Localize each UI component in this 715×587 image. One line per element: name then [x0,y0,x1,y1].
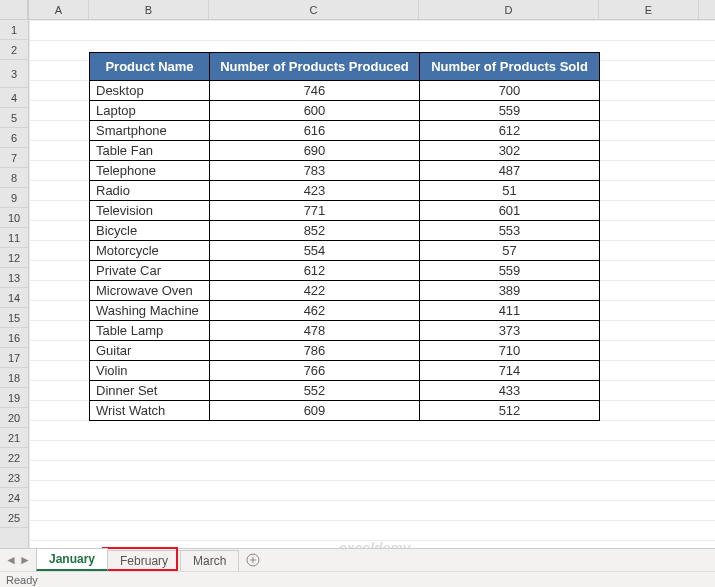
sheet-tab-january[interactable]: January [36,548,108,571]
cell-product-name[interactable]: Bicycle [90,221,210,241]
table-row: Violin766714 [90,361,600,381]
cell-produced[interactable]: 478 [210,321,420,341]
cell-produced[interactable]: 612 [210,261,420,281]
cell-sold[interactable]: 559 [420,261,600,281]
cell-sold[interactable]: 433 [420,381,600,401]
cell-produced[interactable]: 852 [210,221,420,241]
cell-sold[interactable]: 51 [420,181,600,201]
row-header-1[interactable]: 1 [0,20,28,40]
cell-produced[interactable]: 616 [210,121,420,141]
cell-sold[interactable]: 612 [420,121,600,141]
cell-produced[interactable]: 552 [210,381,420,401]
row-header-3[interactable]: 3 [0,60,28,88]
row-header-21[interactable]: 21 [0,428,28,448]
header-produced[interactable]: Number of Products Produced [210,53,420,81]
cell-produced[interactable]: 766 [210,361,420,381]
cell-produced[interactable]: 423 [210,181,420,201]
cell-product-name[interactable]: Television [90,201,210,221]
plus-circle-icon [246,553,260,567]
cell-product-name[interactable]: Violin [90,361,210,381]
row-header-11[interactable]: 11 [0,228,28,248]
row-header-23[interactable]: 23 [0,468,28,488]
worksheet-area: 1234567891011121314151617181920212223242… [0,0,715,548]
row-header-24[interactable]: 24 [0,488,28,508]
cell-product-name[interactable]: Laptop [90,101,210,121]
cell-sold[interactable]: 373 [420,321,600,341]
cell-product-name[interactable]: Desktop [90,81,210,101]
row-header-15[interactable]: 15 [0,308,28,328]
row-header-18[interactable]: 18 [0,368,28,388]
cell-sold[interactable]: 411 [420,301,600,321]
cell-produced[interactable]: 786 [210,341,420,361]
cell-sold[interactable]: 714 [420,361,600,381]
cell-sold[interactable]: 389 [420,281,600,301]
row-header-4[interactable]: 4 [0,88,28,108]
column-headers: ABCDE [29,0,715,20]
cell-produced[interactable]: 690 [210,141,420,161]
row-header-14[interactable]: 14 [0,288,28,308]
row-header-22[interactable]: 22 [0,448,28,468]
row-header-2[interactable]: 2 [0,40,28,60]
table-row: Smartphone616612 [90,121,600,141]
header-product-name[interactable]: Product Name [90,53,210,81]
cell-product-name[interactable]: Telephone [90,161,210,181]
column-header-E[interactable]: E [599,0,699,19]
cell-product-name[interactable]: Table Lamp [90,321,210,341]
cell-sold[interactable]: 512 [420,401,600,421]
select-all-corner[interactable] [0,0,28,20]
cell-produced[interactable]: 746 [210,81,420,101]
row-header-17[interactable]: 17 [0,348,28,368]
tab-prev-icon[interactable]: ◄ [6,555,16,565]
column-header-B[interactable]: B [89,0,209,19]
grid-body[interactable]: Product Name Number of Products Produced… [29,20,715,548]
row-header-19[interactable]: 19 [0,388,28,408]
cell-sold[interactable]: 601 [420,201,600,221]
cell-product-name[interactable]: Guitar [90,341,210,361]
column-header-A[interactable]: A [29,0,89,19]
cell-produced[interactable]: 422 [210,281,420,301]
row-header-5[interactable]: 5 [0,108,28,128]
cell-sold[interactable]: 487 [420,161,600,181]
row-header-10[interactable]: 10 [0,208,28,228]
row-header-16[interactable]: 16 [0,328,28,348]
row-header-20[interactable]: 20 [0,408,28,428]
cell-sold[interactable]: 553 [420,221,600,241]
cell-product-name[interactable]: Dinner Set [90,381,210,401]
cell-product-name[interactable]: Radio [90,181,210,201]
row-header-25[interactable]: 25 [0,508,28,528]
cell-produced[interactable]: 783 [210,161,420,181]
new-sheet-button[interactable] [238,549,268,571]
sheet-tab-february[interactable]: February [107,550,181,571]
cell-sold[interactable]: 559 [420,101,600,121]
cell-product-name[interactable]: Private Car [90,261,210,281]
row-header-12[interactable]: 12 [0,248,28,268]
column-header-C[interactable]: C [209,0,419,19]
row-header-9[interactable]: 9 [0,188,28,208]
cell-produced[interactable]: 554 [210,241,420,261]
cell-produced[interactable]: 609 [210,401,420,421]
header-sold[interactable]: Number of Products Sold [420,53,600,81]
row-header-6[interactable]: 6 [0,128,28,148]
cell-produced[interactable]: 771 [210,201,420,221]
column-header-D[interactable]: D [419,0,599,19]
table-row: Bicycle852553 [90,221,600,241]
row-header-8[interactable]: 8 [0,168,28,188]
cell-product-name[interactable]: Table Fan [90,141,210,161]
cell-sold[interactable]: 700 [420,81,600,101]
cell-product-name[interactable]: Smartphone [90,121,210,141]
table-row: Desktop746700 [90,81,600,101]
cell-sold[interactable]: 710 [420,341,600,361]
row-header-13[interactable]: 13 [0,268,28,288]
cell-product-name[interactable]: Washing Machine [90,301,210,321]
cell-produced[interactable]: 462 [210,301,420,321]
tab-next-icon[interactable]: ► [20,555,30,565]
cell-sold[interactable]: 302 [420,141,600,161]
cell-product-name[interactable]: Motorcycle [90,241,210,261]
cell-sold[interactable]: 57 [420,241,600,261]
sheet-tab-march[interactable]: March [180,550,239,571]
row-header-7[interactable]: 7 [0,148,28,168]
cell-produced[interactable]: 600 [210,101,420,121]
table-row: Motorcycle55457 [90,241,600,261]
cell-product-name[interactable]: Wrist Watch [90,401,210,421]
cell-product-name[interactable]: Microwave Oven [90,281,210,301]
